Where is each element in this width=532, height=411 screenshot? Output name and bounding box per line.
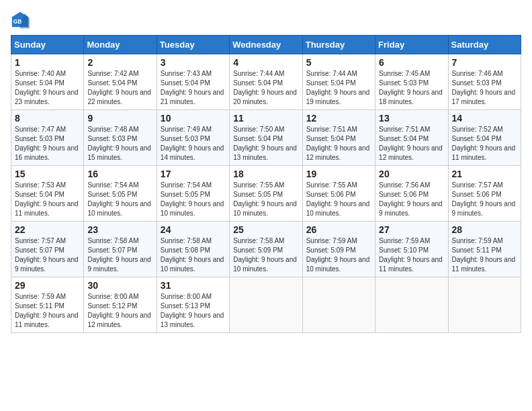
day-cell-29: 29Sunrise: 7:59 AMSunset: 5:11 PMDayligh… bbox=[11, 277, 84, 333]
day-cell-14: 14Sunrise: 7:52 AMSunset: 5:04 PMDayligh… bbox=[448, 110, 521, 166]
day-info: Sunrise: 7:43 AMSunset: 5:04 PMDaylight:… bbox=[161, 69, 226, 107]
day-number: 30 bbox=[87, 280, 152, 291]
day-number: 2 bbox=[87, 57, 152, 68]
day-cell-17: 17Sunrise: 7:54 AMSunset: 5:05 PMDayligh… bbox=[157, 166, 229, 222]
day-number: 4 bbox=[233, 57, 298, 68]
day-info: Sunrise: 7:44 AMSunset: 5:04 PMDaylight:… bbox=[306, 69, 371, 107]
day-cell-9: 9Sunrise: 7:48 AMSunset: 5:03 PMDaylight… bbox=[84, 110, 157, 166]
day-info: Sunrise: 7:57 AMSunset: 5:07 PMDaylight:… bbox=[15, 236, 80, 274]
col-header-tuesday: Tuesday bbox=[157, 36, 229, 54]
day-info: Sunrise: 7:58 AMSunset: 5:08 PMDaylight:… bbox=[161, 236, 226, 274]
col-header-wednesday: Wednesday bbox=[230, 36, 302, 54]
empty-cell bbox=[230, 277, 302, 333]
day-cell-25: 25Sunrise: 7:58 AMSunset: 5:09 PMDayligh… bbox=[230, 222, 302, 277]
day-number: 10 bbox=[161, 113, 226, 124]
col-header-sunday: Sunday bbox=[11, 36, 84, 54]
day-cell-2: 2Sunrise: 7:42 AMSunset: 5:04 PMDaylight… bbox=[84, 54, 157, 110]
day-number: 29 bbox=[15, 280, 80, 291]
day-number: 9 bbox=[87, 113, 152, 124]
day-number: 20 bbox=[379, 169, 444, 179]
col-header-thursday: Thursday bbox=[302, 36, 375, 54]
day-cell-28: 28Sunrise: 7:59 AMSunset: 5:11 PMDayligh… bbox=[448, 222, 521, 277]
day-number: 7 bbox=[452, 57, 517, 68]
day-cell-7: 7Sunrise: 7:46 AMSunset: 5:03 PMDaylight… bbox=[448, 54, 521, 110]
day-cell-24: 24Sunrise: 7:58 AMSunset: 5:08 PMDayligh… bbox=[157, 222, 229, 277]
day-cell-8: 8Sunrise: 7:47 AMSunset: 5:03 PMDaylight… bbox=[11, 110, 84, 166]
day-cell-18: 18Sunrise: 7:55 AMSunset: 5:05 PMDayligh… bbox=[230, 166, 302, 222]
day-info: Sunrise: 7:50 AMSunset: 5:04 PMDaylight:… bbox=[233, 125, 298, 163]
day-info: Sunrise: 8:00 AMSunset: 5:12 PMDaylight:… bbox=[87, 292, 152, 330]
week-row-5: 29Sunrise: 7:59 AMSunset: 5:11 PMDayligh… bbox=[11, 277, 521, 333]
col-header-saturday: Saturday bbox=[448, 36, 521, 54]
day-cell-16: 16Sunrise: 7:54 AMSunset: 5:05 PMDayligh… bbox=[84, 166, 157, 222]
day-cell-6: 6Sunrise: 7:45 AMSunset: 5:03 PMDaylight… bbox=[375, 54, 448, 110]
day-info: Sunrise: 7:54 AMSunset: 5:05 PMDaylight:… bbox=[161, 181, 226, 218]
header: GB bbox=[11, 11, 521, 30]
day-number: 25 bbox=[233, 224, 298, 235]
day-info: Sunrise: 7:58 AMSunset: 5:09 PMDaylight:… bbox=[233, 236, 298, 274]
day-number: 15 bbox=[15, 169, 80, 179]
col-header-monday: Monday bbox=[84, 36, 157, 54]
day-info: Sunrise: 7:55 AMSunset: 5:05 PMDaylight:… bbox=[233, 181, 298, 218]
day-info: Sunrise: 7:44 AMSunset: 5:04 PMDaylight:… bbox=[233, 69, 298, 107]
day-info: Sunrise: 7:45 AMSunset: 5:03 PMDaylight:… bbox=[379, 69, 444, 107]
day-number: 23 bbox=[87, 224, 152, 235]
day-number: 1 bbox=[15, 57, 80, 68]
day-info: Sunrise: 8:00 AMSunset: 5:13 PMDaylight:… bbox=[161, 292, 226, 330]
day-cell-15: 15Sunrise: 7:53 AMSunset: 5:04 PMDayligh… bbox=[11, 166, 84, 222]
week-row-1: 1Sunrise: 7:40 AMSunset: 5:04 PMDaylight… bbox=[11, 54, 521, 110]
day-number: 24 bbox=[161, 224, 226, 235]
day-info: Sunrise: 7:57 AMSunset: 5:06 PMDaylight:… bbox=[452, 181, 517, 218]
day-info: Sunrise: 7:59 AMSunset: 5:11 PMDaylight:… bbox=[15, 292, 80, 330]
day-info: Sunrise: 7:56 AMSunset: 5:06 PMDaylight:… bbox=[379, 181, 444, 218]
day-info: Sunrise: 7:53 AMSunset: 5:04 PMDaylight:… bbox=[15, 181, 80, 218]
day-number: 17 bbox=[161, 169, 226, 179]
empty-cell bbox=[375, 277, 448, 333]
day-number: 5 bbox=[306, 57, 371, 68]
day-cell-5: 5Sunrise: 7:44 AMSunset: 5:04 PMDaylight… bbox=[302, 54, 375, 110]
day-cell-19: 19Sunrise: 7:55 AMSunset: 5:06 PMDayligh… bbox=[302, 166, 375, 222]
day-info: Sunrise: 7:59 AMSunset: 5:11 PMDaylight:… bbox=[452, 236, 517, 274]
day-cell-1: 1Sunrise: 7:40 AMSunset: 5:04 PMDaylight… bbox=[11, 54, 84, 110]
day-info: Sunrise: 7:52 AMSunset: 5:04 PMDaylight:… bbox=[452, 125, 517, 163]
day-cell-31: 31Sunrise: 8:00 AMSunset: 5:13 PMDayligh… bbox=[157, 277, 229, 333]
day-cell-13: 13Sunrise: 7:51 AMSunset: 5:04 PMDayligh… bbox=[375, 110, 448, 166]
day-info: Sunrise: 7:55 AMSunset: 5:06 PMDaylight:… bbox=[306, 181, 371, 218]
day-info: Sunrise: 7:48 AMSunset: 5:03 PMDaylight:… bbox=[87, 125, 152, 163]
logo-icon: GB bbox=[11, 11, 30, 30]
empty-cell bbox=[448, 277, 521, 333]
day-cell-20: 20Sunrise: 7:56 AMSunset: 5:06 PMDayligh… bbox=[375, 166, 448, 222]
col-header-friday: Friday bbox=[375, 36, 448, 54]
day-number: 22 bbox=[15, 224, 80, 235]
calendar-table: SundayMondayTuesdayWednesdayThursdayFrid… bbox=[11, 35, 521, 333]
day-info: Sunrise: 7:59 AMSunset: 5:09 PMDaylight:… bbox=[306, 236, 371, 274]
day-info: Sunrise: 7:54 AMSunset: 5:05 PMDaylight:… bbox=[87, 181, 152, 218]
day-cell-12: 12Sunrise: 7:51 AMSunset: 5:04 PMDayligh… bbox=[302, 110, 375, 166]
day-number: 13 bbox=[379, 113, 444, 124]
day-number: 6 bbox=[379, 57, 444, 68]
empty-cell bbox=[302, 277, 375, 333]
day-number: 27 bbox=[379, 224, 444, 235]
day-number: 3 bbox=[161, 57, 226, 68]
day-cell-23: 23Sunrise: 7:58 AMSunset: 5:07 PMDayligh… bbox=[84, 222, 157, 277]
day-info: Sunrise: 7:59 AMSunset: 5:10 PMDaylight:… bbox=[379, 236, 444, 274]
day-number: 14 bbox=[452, 113, 517, 124]
day-number: 8 bbox=[15, 113, 80, 124]
day-info: Sunrise: 7:58 AMSunset: 5:07 PMDaylight:… bbox=[87, 236, 152, 274]
day-cell-30: 30Sunrise: 8:00 AMSunset: 5:12 PMDayligh… bbox=[84, 277, 157, 333]
day-number: 21 bbox=[452, 169, 517, 179]
svg-text:GB: GB bbox=[13, 18, 22, 25]
day-number: 11 bbox=[233, 113, 298, 124]
day-number: 18 bbox=[233, 169, 298, 179]
day-number: 19 bbox=[306, 169, 371, 179]
day-cell-10: 10Sunrise: 7:49 AMSunset: 5:03 PMDayligh… bbox=[157, 110, 229, 166]
week-row-3: 15Sunrise: 7:53 AMSunset: 5:04 PMDayligh… bbox=[11, 166, 521, 222]
logo: GB bbox=[11, 11, 32, 30]
day-number: 31 bbox=[161, 280, 226, 291]
day-info: Sunrise: 7:42 AMSunset: 5:04 PMDaylight:… bbox=[87, 69, 152, 107]
day-info: Sunrise: 7:51 AMSunset: 5:04 PMDaylight:… bbox=[306, 125, 371, 163]
day-cell-21: 21Sunrise: 7:57 AMSunset: 5:06 PMDayligh… bbox=[448, 166, 521, 222]
day-cell-3: 3Sunrise: 7:43 AMSunset: 5:04 PMDaylight… bbox=[157, 54, 229, 110]
day-info: Sunrise: 7:51 AMSunset: 5:04 PMDaylight:… bbox=[379, 125, 444, 163]
day-info: Sunrise: 7:47 AMSunset: 5:03 PMDaylight:… bbox=[15, 125, 80, 163]
